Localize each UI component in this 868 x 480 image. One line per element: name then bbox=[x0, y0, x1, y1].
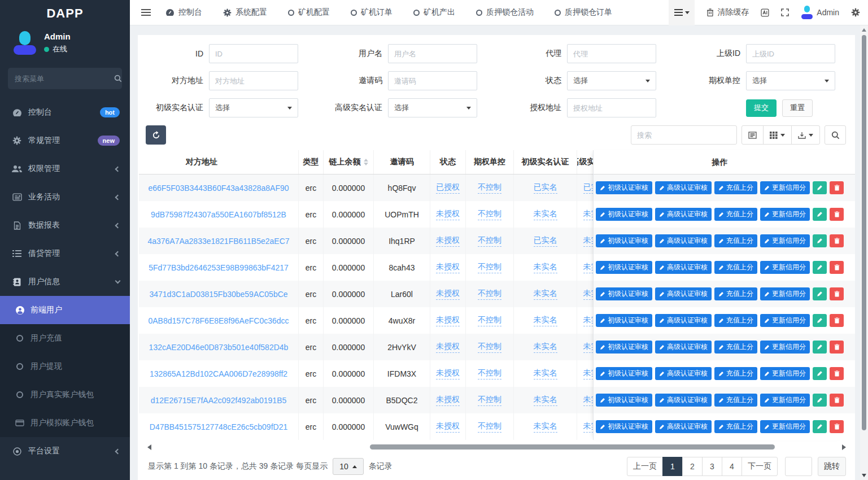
address-link[interactable]: 132865A12Bd102CAA006D7e28998ff2 bbox=[150, 369, 287, 378]
invite-code-field[interactable] bbox=[388, 71, 477, 90]
junior-kyc-review-button[interactable]: 初级认证审核 bbox=[596, 420, 652, 433]
recharge-button[interactable]: 充值上分 bbox=[714, 234, 757, 247]
address-link[interactable]: 4a376A7Aa2833e1821FB611B5e2aEC7 bbox=[147, 237, 289, 246]
edit-button[interactable] bbox=[813, 394, 827, 407]
vertical-scrollbar-thumb[interactable] bbox=[862, 35, 866, 430]
recharge-button[interactable]: 充值上分 bbox=[714, 314, 757, 327]
edit-button[interactable] bbox=[813, 261, 827, 274]
tab-miner-config[interactable]: 矿机配置 bbox=[288, 7, 330, 18]
page-2-button[interactable]: 2 bbox=[682, 457, 703, 476]
update-credit-button[interactable]: 更新信用分 bbox=[760, 314, 810, 327]
update-credit-button[interactable]: 更新信用分 bbox=[760, 261, 810, 274]
sidebar-item-lending[interactable]: 借贷管理 bbox=[0, 239, 130, 268]
sidebar-item-dashboard[interactable]: 控制台 hot bbox=[0, 98, 130, 126]
clear-cache-button[interactable]: 清除缓存 bbox=[706, 7, 749, 18]
next-page-button[interactable]: 下一页 bbox=[741, 457, 778, 476]
tab-staking-orders[interactable]: 质押锁仓订单 bbox=[555, 7, 612, 18]
junior-kyc-review-button[interactable]: 初级认证审核 bbox=[596, 208, 652, 221]
address-link[interactable]: 0AB8d157C78F6E8E8f96AeFC0c36dcc bbox=[148, 316, 289, 325]
recharge-button[interactable]: 充值上分 bbox=[714, 394, 757, 407]
update-credit-button[interactable]: 更新信用分 bbox=[760, 420, 810, 433]
hamburger-menu-icon[interactable] bbox=[141, 7, 151, 18]
junior-kyc-link[interactable]: 未实名 bbox=[534, 262, 557, 273]
submit-button[interactable]: 提交 bbox=[746, 99, 777, 117]
update-credit-button[interactable]: 更新信用分 bbox=[760, 287, 810, 300]
tab-dashboard[interactable]: 控制台 bbox=[165, 7, 202, 18]
control-link[interactable]: 不控制 bbox=[478, 342, 501, 353]
auth-address-field[interactable] bbox=[567, 98, 656, 117]
junior-kyc-link[interactable]: 未实名 bbox=[534, 209, 557, 220]
recharge-button[interactable]: 充值上分 bbox=[714, 208, 757, 221]
address-link[interactable]: 132cAE20D46e0D873b501e40f582D4b bbox=[149, 343, 289, 352]
fullscreen-button[interactable] bbox=[781, 8, 789, 16]
junior-kyc-link[interactable]: 未实名 bbox=[534, 395, 557, 406]
scroll-right-arrow-icon[interactable] bbox=[842, 444, 846, 450]
sidebar-item-user-recharge[interactable]: 用户充值 bbox=[0, 324, 130, 352]
edit-button[interactable] bbox=[813, 208, 827, 221]
language-button[interactable] bbox=[761, 8, 769, 17]
page-1-button[interactable]: 1 bbox=[662, 457, 683, 476]
recharge-button[interactable]: 充值上分 bbox=[714, 181, 757, 194]
edit-button[interactable] bbox=[813, 181, 827, 194]
status-link[interactable]: 未授权 bbox=[436, 421, 460, 433]
sidebar-item-real-wallet[interactable]: 用户真实账户钱包 bbox=[0, 381, 130, 409]
junior-kyc-link[interactable]: 已实名 bbox=[534, 235, 557, 247]
vertical-scrollbar[interactable] bbox=[860, 25, 868, 480]
delete-button[interactable] bbox=[830, 287, 844, 300]
junior-kyc-link[interactable]: 未实名 bbox=[534, 421, 557, 433]
junior-kyc-link[interactable]: 未实名 bbox=[534, 289, 557, 300]
junior-kyc-review-button[interactable]: 初级认证审核 bbox=[596, 181, 652, 194]
update-credit-button[interactable]: 更新信用分 bbox=[760, 394, 810, 407]
senior-kyc-review-button[interactable]: 高级认证审核 bbox=[655, 420, 712, 433]
junior-kyc-review-button[interactable]: 初级认证审核 bbox=[596, 234, 652, 247]
senior-kyc-review-button[interactable]: 高级认证审核 bbox=[655, 367, 712, 380]
sidebar-item-userinfo[interactable]: 用户信息 bbox=[0, 268, 130, 296]
senior-kyc-review-button[interactable]: 高级认证审核 bbox=[655, 261, 712, 274]
delete-button[interactable] bbox=[830, 261, 844, 274]
recharge-button[interactable]: 充值上分 bbox=[714, 420, 757, 433]
update-credit-button[interactable]: 更新信用分 bbox=[760, 208, 810, 221]
address-link[interactable]: d12E26715E7fAA2c092f492ab0191B5 bbox=[151, 396, 287, 405]
status-link[interactable]: 未授权 bbox=[436, 315, 460, 326]
control-link[interactable]: 不控制 bbox=[478, 289, 501, 300]
tab-miner-output[interactable]: 矿机产出 bbox=[413, 7, 455, 18]
col-balance-sortable[interactable]: 链上余额 bbox=[324, 150, 374, 174]
delete-button[interactable] bbox=[830, 367, 844, 380]
junior-kyc-review-button[interactable]: 初级认证审核 bbox=[596, 261, 652, 274]
senior-kyc-review-button[interactable]: 高级认证审核 bbox=[655, 208, 712, 221]
settings-button[interactable] bbox=[851, 8, 860, 17]
control-link[interactable]: 不控制 bbox=[478, 315, 501, 326]
id-field[interactable] bbox=[209, 44, 298, 63]
update-credit-button[interactable]: 更新信用分 bbox=[760, 181, 810, 194]
tab-system-config[interactable]: 系统配置 bbox=[223, 7, 267, 18]
delete-button[interactable] bbox=[830, 314, 844, 327]
horizontal-scrollbar[interactable] bbox=[147, 443, 846, 451]
status-select[interactable]: 选择 bbox=[567, 71, 656, 90]
control-link[interactable]: 不控制 bbox=[478, 209, 501, 220]
per-page-dropdown[interactable]: 10 bbox=[333, 458, 364, 475]
senior-kyc-review-button[interactable]: 高级认证审核 bbox=[655, 234, 712, 247]
scroll-left-arrow-icon[interactable] bbox=[147, 444, 151, 450]
junior-kyc-select[interactable]: 选择 bbox=[209, 98, 298, 117]
delete-button[interactable] bbox=[830, 394, 844, 407]
edit-button[interactable] bbox=[813, 341, 827, 354]
junior-kyc-review-button[interactable]: 初级认证审核 bbox=[596, 341, 652, 354]
sidebar-item-sim-wallet[interactable]: 用户模拟账户钱包 bbox=[0, 409, 130, 437]
horizontal-scrollbar-thumb[interactable] bbox=[370, 444, 775, 450]
sidebar-item-platform-settings[interactable]: 平台设置 bbox=[0, 437, 130, 465]
senior-kyc-review-button[interactable]: 高级认证审核 bbox=[655, 287, 712, 300]
status-link[interactable]: 未授权 bbox=[436, 368, 460, 379]
senior-kyc-review-button[interactable]: 高级认证审核 bbox=[655, 341, 712, 354]
control-link[interactable]: 不控制 bbox=[478, 182, 501, 194]
agent-field[interactable] bbox=[567, 44, 656, 63]
control-link[interactable]: 不控制 bbox=[478, 368, 501, 379]
junior-kyc-link[interactable]: 未实名 bbox=[534, 368, 557, 379]
recharge-button[interactable]: 充值上分 bbox=[714, 367, 757, 380]
tab-miner-orders[interactable]: 矿机订单 bbox=[351, 7, 392, 18]
username-field[interactable] bbox=[388, 44, 477, 63]
senior-kyc-review-button[interactable]: 高级认证审核 bbox=[655, 181, 712, 194]
status-link[interactable]: 未授权 bbox=[436, 289, 460, 300]
parent-id-field[interactable] bbox=[746, 44, 835, 63]
status-link[interactable]: 已授权 bbox=[436, 182, 460, 194]
junior-kyc-link[interactable]: 未实名 bbox=[534, 315, 557, 326]
